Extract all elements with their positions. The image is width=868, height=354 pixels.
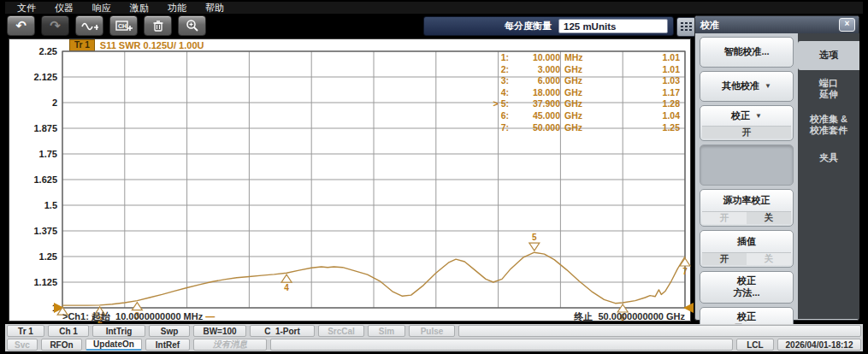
chevron-down-icon: ▼ (765, 82, 771, 91)
marker-readout-cell: 45.000 (509, 110, 560, 121)
menu-item-2[interactable]: 响应 (84, 2, 120, 15)
calibration-panel: 校准 × 智能校准... 其他校准 ▼ 校正 ▼ 开 源功率校正 开 关 插值 (694, 15, 859, 321)
marker-readout-cell: GHz (560, 110, 593, 121)
y-tick-label: 1 (9, 303, 57, 313)
status-button-ch-1[interactable]: Ch 1 (48, 325, 89, 337)
y-tick-label: 2.25 (9, 46, 57, 56)
other-cal-label: 其他校准 (722, 80, 759, 92)
marker-readout-cell: GHz (560, 87, 593, 97)
status-button-2026-04-01-18-12[interactable]: 2026/04/01-18:12 (777, 339, 861, 351)
marker-readout-row-3: 3:6.000GHz1.03 (478, 75, 680, 87)
marker-readout-cell: 50.000 (509, 122, 560, 133)
chart-area: Tr 1 S11 SWR 0.125U/ 1.00U 2.252.12521.8… (9, 38, 691, 322)
add-channel-button[interactable]: CH (109, 15, 138, 36)
status-button-updateon[interactable]: UpdateOn (86, 339, 142, 351)
marker-readout-cell: 6.000 (509, 75, 560, 86)
marker-readout-cell: 7: (478, 122, 509, 133)
marker-readout-cell: > 5: (478, 98, 509, 109)
undo-button[interactable]: ↶ (7, 15, 35, 36)
status-filler (270, 339, 733, 351)
panel-titlebar[interactable]: 校准 × (695, 16, 859, 33)
status-button-lcl[interactable]: LCL (736, 339, 774, 351)
marker-readout-cell: 10.000 (509, 52, 560, 62)
menu-bar: 文件仪器响应激励功能帮助 (5, 2, 863, 14)
trace-badge[interactable]: Tr 1 (69, 39, 95, 51)
empty-recessed-box (700, 145, 794, 186)
marker-readout-cell: GHz (560, 64, 593, 74)
y-tick-label: 1.5 (9, 200, 57, 210)
marker-readout-row-2: 2:3.000GHz1.01 (478, 64, 680, 76)
marker-readout-cell: 1: (478, 52, 509, 62)
correction-button[interactable]: 校正 ▼ 开 (700, 105, 794, 141)
source-power-toggle[interactable]: 开 关 (702, 211, 791, 224)
x-axis-row: >Ch1: 起始 10.0000000000 MHz — 终止 50.00000… (62, 310, 685, 323)
scale-per-division-label: 每分度衡量 (505, 20, 552, 32)
y-tick-label: 1.875 (9, 123, 57, 133)
marker-readout-cell: 1.01 (593, 64, 680, 74)
interpolation-on[interactable]: 开 (702, 253, 747, 264)
status-button-intref[interactable]: IntRef (145, 339, 190, 351)
menu-item-4[interactable]: 功能 (159, 2, 195, 15)
delete-button[interactable] (144, 15, 172, 36)
marker-readout-cell: 1.03 (593, 75, 680, 86)
marker-readout-row-4: 4:18.000GHz1.17 (478, 87, 680, 99)
source-power-cal-label: 源功率校正 (723, 195, 771, 207)
marker-readout-row-6: 6:45.000GHz1.04 (478, 110, 680, 122)
y-tick-label: 1.625 (9, 174, 57, 185)
toolbar: ↶ ↷ CH (7, 15, 206, 37)
status-button-swp[interactable]: Swp (149, 325, 190, 337)
status-button-inttrig[interactable]: IntTrig (92, 325, 145, 337)
marker-readout-row-7: 7:50.000GHz1.25 (478, 122, 680, 134)
panel-tab-3[interactable]: 夹具 (798, 144, 859, 173)
status-button-bw-100[interactable]: BW=100 (193, 325, 246, 337)
correction-state: 开 (702, 127, 791, 138)
zoom-button[interactable] (178, 15, 206, 36)
status-button-tr-1[interactable]: Tr 1 (7, 325, 44, 337)
y-tick-label: 1.75 (9, 149, 57, 159)
source-power-cal-button[interactable]: 源功率校正 开 关 (700, 189, 794, 227)
add-trace-icon (81, 20, 98, 32)
redo-button[interactable]: ↷ (41, 15, 69, 36)
svg-text:CH: CH (118, 23, 127, 29)
status-button-c-1-port[interactable]: C 1-Port (250, 325, 315, 337)
marker-readout-cell: 3.000 (509, 64, 560, 74)
source-power-on[interactable]: 开 (702, 212, 747, 223)
interpolation-off[interactable]: 关 (747, 253, 791, 264)
menu-item-0[interactable]: 文件 (9, 2, 44, 15)
y-tick-label: 1.25 (9, 251, 57, 262)
zoom-icon (186, 19, 199, 32)
marker-readout-cell: 6: (478, 110, 509, 121)
marker-readout-cell: 1.25 (593, 122, 680, 133)
marker-4-triangle[interactable] (281, 274, 292, 282)
panel-tab-0[interactable]: 选项 (798, 41, 859, 70)
other-cal-button[interactable]: 其他校准 ▼ (700, 71, 794, 102)
panel-tabs: 选项端口 延伸校准集 & 校准套件夹具 (798, 33, 859, 319)
scale-per-division-input[interactable]: 125 mUnits (558, 19, 668, 33)
close-icon[interactable]: × (839, 18, 855, 32)
status-button-rfon[interactable]: RFOn (41, 339, 82, 351)
panel-tab-2[interactable]: 校准集 & 校准套件 (798, 108, 859, 142)
marker-3-triangle[interactable] (132, 303, 142, 310)
menu-item-5[interactable]: 帮助 (197, 2, 233, 15)
marker-readout-row-1: 1:10.000MHz1.01 (478, 52, 680, 64)
marker-readout-cell: GHz (560, 75, 593, 86)
interpolation-toggle[interactable]: 开 关 (702, 252, 791, 265)
source-power-off[interactable]: 关 (747, 212, 791, 223)
marker-4-label: 4 (284, 283, 289, 292)
smart-cal-button[interactable]: 智能校准... (700, 37, 794, 68)
menu-item-1[interactable]: 仪器 (46, 2, 82, 15)
menu-item-3[interactable]: 激励 (121, 2, 157, 15)
interpolation-label: 插值 (737, 236, 756, 248)
status-row-2: SvcRFOnUpdateOnIntRef没有消息LCL2026/04/01-1… (7, 339, 861, 351)
panel-tab-1[interactable]: 端口 延伸 (798, 72, 859, 106)
interpolation-button[interactable]: 插值 开 关 (700, 230, 794, 268)
cal-method-button[interactable]: 校正 方法... (700, 271, 794, 304)
correction-state-toggle[interactable]: 开 (702, 126, 791, 139)
keypad-button[interactable] (676, 17, 696, 37)
marker-readout-cell: 1.17 (593, 87, 680, 97)
marker-5-triangle[interactable] (529, 243, 540, 251)
add-trace-button[interactable] (75, 15, 103, 36)
trace-color-key: — (205, 311, 214, 322)
marker-readout-cell: MHz (560, 52, 593, 62)
panel-buttons: 智能校准... 其他校准 ▼ 校正 ▼ 开 源功率校正 开 关 插值 开 (700, 37, 794, 339)
